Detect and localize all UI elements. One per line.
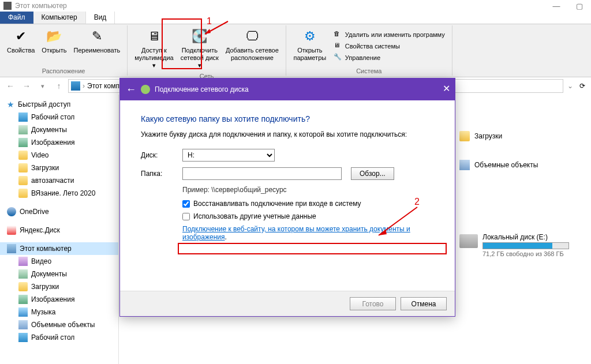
- maximize-button[interactable]: ▢: [568, 0, 591, 12]
- reconnect-checkbox[interactable]: Восстанавливать подключение при входе в …: [182, 200, 434, 208]
- sidebar-pc-video[interactable]: Видео: [0, 255, 118, 268]
- sidebar-pc-desktop[interactable]: Рабочий стол: [0, 331, 118, 344]
- connect-website-link-wrap: Подключение к веб-сайту, на котором вы м…: [182, 225, 434, 241]
- ribbon-add-network-location[interactable]: 🖵Добавить сетевое расположение: [222, 25, 282, 72]
- desktop-icon: [18, 333, 28, 342]
- close-button[interactable]: ✕: [443, 83, 450, 94]
- ribbon-map-network-drive[interactable]: 💽Подключить сетевой диск▾: [177, 25, 222, 72]
- desktop-icon: [18, 112, 28, 122]
- ribbon-tabs: Файл Компьютер Вид: [0, 12, 591, 24]
- breadcrumb-computer-icon: [71, 81, 80, 91]
- tab-view[interactable]: Вид: [86, 12, 115, 24]
- sidebar-pc-images[interactable]: Изображения: [0, 293, 118, 306]
- objects-icon: [18, 320, 28, 329]
- sidebar-desktop[interactable]: Рабочий стол: [0, 111, 118, 123]
- map-network-drive-dialog: ← Подключение сетевого диска ✕ Какую сет…: [119, 78, 455, 317]
- dialog-titlebar: ← Подключение сетевого диска ✕: [120, 78, 455, 100]
- sidebar-autoparts[interactable]: автозапчасти: [0, 174, 118, 187]
- ribbon-system-properties[interactable]: 🖥Свойства системы: [334, 40, 445, 52]
- back-icon[interactable]: ←: [126, 84, 136, 96]
- network-drive-icon: [141, 85, 150, 94]
- dialog-heading: Какую сетевую папку вы хотите подключить…: [141, 114, 434, 123]
- ribbon-manage[interactable]: 🔧Управление: [334, 52, 445, 63]
- different-credentials-checkbox[interactable]: Использовать другие учетные данные: [182, 212, 434, 220]
- music-icon: [18, 307, 28, 317]
- dialog-title: Подключение сетевого диска: [155, 85, 249, 93]
- nav-up[interactable]: ↑: [52, 79, 66, 93]
- sidebar-pc-music[interactable]: Музыка: [0, 306, 118, 318]
- sidebar-video[interactable]: Video: [0, 149, 118, 162]
- browse-button[interactable]: Обзор...: [351, 167, 394, 180]
- sidebar-downloads[interactable]: Загрузки: [0, 162, 118, 174]
- ribbon-group-location: Расположение: [3, 66, 124, 76]
- objects-icon: [459, 160, 470, 170]
- content-downloads[interactable]: Загрузки: [459, 129, 502, 143]
- tab-file[interactable]: Файл: [0, 12, 33, 24]
- folder-icon: [18, 151, 28, 160]
- ribbon-group-system: Система: [290, 66, 448, 76]
- window-title: Этот компьютер: [15, 2, 67, 10]
- drive-free-text: 71,2 ГБ свободно из 368 ГБ: [482, 250, 569, 257]
- sidebar-onedrive[interactable]: OneDrive: [0, 205, 118, 218]
- folder-icon: [18, 163, 28, 172]
- sidebar-quick-access[interactable]: ★Быстрый доступ: [0, 98, 118, 111]
- drive-icon: [459, 234, 478, 248]
- ribbon-properties[interactable]: ✔Свойства: [3, 25, 38, 66]
- connect-website-link[interactable]: Подключение к веб-сайту, на котором вы м…: [182, 225, 410, 241]
- image-icon: [18, 295, 28, 304]
- sidebar-this-pc[interactable]: Этот компьютер: [0, 242, 118, 255]
- computer-icon: [3, 2, 12, 10]
- dialog-description: Укажите букву диска для подключения и па…: [141, 130, 434, 138]
- sidebar-documents[interactable]: Документы: [0, 123, 118, 136]
- nav-dropdown[interactable]: ⌄: [566, 82, 575, 90]
- sidebar-pc-documents[interactable]: Документы: [0, 268, 118, 280]
- ribbon: ✔Свойства 📂Открыть ✎Переименовать Распол…: [0, 24, 591, 77]
- content-local-disk-e[interactable]: Локальный диск (E:) 71,2 ГБ свободно из …: [459, 233, 569, 257]
- tab-computer[interactable]: Компьютер: [33, 12, 86, 24]
- onedrive-icon: [7, 207, 16, 216]
- yandex-disk-icon: [7, 226, 16, 235]
- nav-history[interactable]: ▾: [36, 79, 50, 93]
- drive-letter-select[interactable]: H:: [182, 149, 275, 162]
- finish-button[interactable]: Готово: [350, 297, 396, 310]
- sidebar: ★Быстрый доступ Рабочий стол Документы И…: [0, 95, 119, 364]
- example-text: Пример: \\сервер\общий_ресурс: [182, 186, 434, 194]
- folder-icon: [459, 131, 470, 141]
- nav-back[interactable]: ←: [3, 79, 17, 93]
- folder-icon: [18, 282, 28, 291]
- sidebar-knitting[interactable]: ВЯзание. Лето 2020: [0, 187, 118, 200]
- document-icon: [18, 269, 28, 279]
- ribbon-media-access[interactable]: 🖥Доступ к мультимедиа▾: [131, 25, 177, 72]
- refresh-button[interactable]: ⟳: [577, 80, 588, 92]
- annotation-highlight-2: [178, 243, 447, 254]
- sidebar-pc-downloads[interactable]: Загрузки: [0, 280, 118, 293]
- video-icon: [18, 257, 28, 266]
- folder-label: Папка:: [141, 170, 179, 178]
- cancel-button[interactable]: Отмена: [401, 297, 447, 310]
- drive-usage-bar: [482, 242, 569, 249]
- chevron-right-icon: ›: [83, 82, 85, 90]
- sidebar-images[interactable]: Изображения: [0, 136, 118, 149]
- ribbon-open[interactable]: 📂Открыть: [38, 25, 70, 66]
- content-3d-objects[interactable]: Объемные объекты: [459, 158, 538, 172]
- ribbon-uninstall-program[interactable]: 🗑Удалить или изменить программу: [334, 29, 445, 40]
- folder-icon: [18, 176, 28, 185]
- ribbon-open-settings[interactable]: ⚙Открыть параметры: [290, 25, 330, 66]
- sidebar-yandex-disk[interactable]: Яндекс.Диск: [0, 224, 118, 237]
- folder-combo[interactable]: [182, 167, 342, 180]
- nav-forward[interactable]: →: [20, 79, 33, 93]
- minimize-button[interactable]: —: [545, 0, 568, 12]
- drive-letter-label: Диск:: [141, 151, 179, 159]
- document-icon: [18, 125, 28, 134]
- sidebar-pc-objects[interactable]: Объемные объекты: [0, 318, 118, 331]
- computer-icon: [7, 244, 16, 253]
- image-icon: [18, 138, 28, 147]
- ribbon-rename[interactable]: ✎Переименовать: [70, 25, 124, 66]
- drive-label: Локальный диск (E:): [482, 233, 569, 241]
- folder-icon: [18, 189, 28, 198]
- window-titlebar: Этот компьютер — ▢: [0, 0, 591, 12]
- star-icon: ★: [7, 100, 14, 109]
